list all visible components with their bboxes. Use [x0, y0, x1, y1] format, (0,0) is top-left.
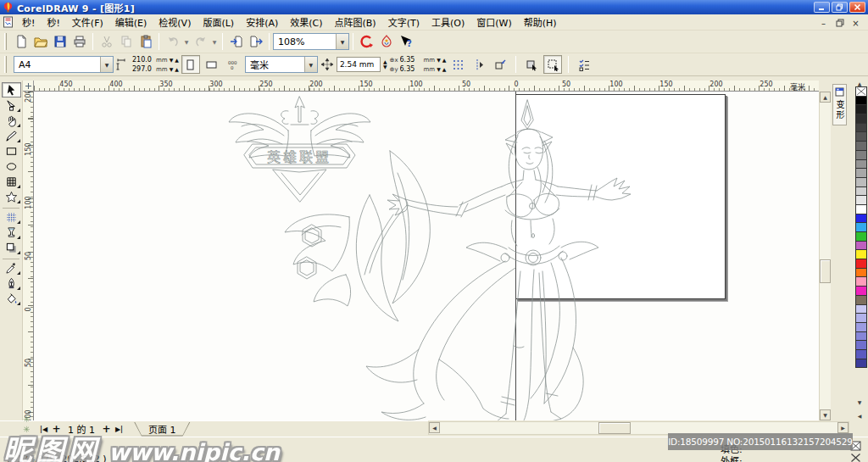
- options-checklist-button[interactable]: [575, 55, 593, 74]
- star-tool[interactable]: [2, 189, 21, 204]
- snap-to-guidelines-button[interactable]: [470, 55, 488, 74]
- menu-item-2[interactable]: 文件(F): [66, 14, 109, 31]
- dropdown-arrow-icon[interactable]: ▼: [182, 32, 191, 51]
- snap-to-grid-button[interactable]: [448, 55, 467, 74]
- first-page-button[interactable]: |◀: [37, 423, 50, 436]
- last-page-button[interactable]: ▶|: [113, 423, 125, 436]
- scroll-right-icon[interactable]: ▶: [837, 422, 849, 433]
- shape-tool[interactable]: [2, 97, 21, 113]
- close-button[interactable]: [849, 2, 865, 13]
- paste-button[interactable]: [136, 32, 155, 51]
- interactive-transparency-tool[interactable]: [2, 225, 21, 240]
- document-icon[interactable]: [3, 16, 14, 28]
- redo-button[interactable]: [191, 32, 210, 51]
- ellipse-tool[interactable]: [2, 159, 21, 174]
- menu-item-10[interactable]: 工具(O): [426, 14, 470, 31]
- child-restore-button[interactable]: [834, 18, 845, 27]
- menu-item-7[interactable]: 效果(C): [284, 14, 328, 31]
- outline-pen-tool[interactable]: [2, 276, 21, 291]
- snap-to-objects-button[interactable]: [491, 55, 509, 74]
- application-launcher-button[interactable]: [357, 32, 376, 51]
- interactive-mesh-tool[interactable]: [2, 209, 21, 225]
- pan-tool[interactable]: [2, 113, 21, 128]
- save-button[interactable]: [50, 32, 70, 51]
- menu-item-11[interactable]: 窗口(W): [470, 14, 517, 31]
- dup-y-down-spinner[interactable]: ▼: [437, 67, 441, 72]
- child-close-button[interactable]: ×: [850, 18, 861, 27]
- whats-this-help-button[interactable]: ?: [396, 32, 415, 51]
- cut-button[interactable]: [97, 32, 116, 51]
- print-button[interactable]: [70, 32, 89, 51]
- menu-item-0[interactable]: 秒!: [16, 14, 41, 31]
- open-folder-button[interactable]: [31, 32, 50, 51]
- eyedropper-tool[interactable]: [2, 260, 21, 276]
- freehand-tool[interactable]: [2, 128, 21, 143]
- toolbar-grip[interactable]: [4, 33, 7, 50]
- palette-expand-icon[interactable]: ◀: [854, 411, 865, 420]
- menu-item-9[interactable]: 文字(T): [382, 14, 426, 31]
- vertical-ruler[interactable]: 20015010050050100: [23, 92, 34, 420]
- height-up-spinner[interactable]: ▲: [175, 67, 179, 72]
- landscape-orientation-button[interactable]: [203, 55, 221, 74]
- dup-y-up-spinner[interactable]: ▲: [442, 67, 447, 72]
- scroll-left-icon[interactable]: ◀: [429, 422, 440, 433]
- treat-objects-as-filled-button[interactable]: [522, 55, 541, 74]
- menu-item-5[interactable]: 版面(L): [197, 14, 240, 31]
- chevron-down-icon[interactable]: ▼: [100, 57, 113, 72]
- width-down-spinner[interactable]: ▼: [170, 58, 174, 63]
- palette-swatch-30[interactable]: [855, 359, 867, 369]
- menu-item-1[interactable]: 秒!: [41, 14, 65, 31]
- add-page-after-button[interactable]: +: [100, 423, 113, 436]
- scroll-up-icon[interactable]: ▲: [820, 92, 831, 103]
- paper-width-field[interactable]: [132, 56, 154, 64]
- rectangle-tool[interactable]: [2, 143, 21, 159]
- dup-x-down-spinner[interactable]: ▼: [437, 58, 441, 63]
- units-combo[interactable]: 毫米 ▼: [245, 56, 318, 73]
- drawing-canvas[interactable]: 英雄联盟: [34, 92, 819, 420]
- chevron-down-icon[interactable]: ▼: [304, 57, 317, 72]
- minimize-button[interactable]: [814, 2, 830, 13]
- horizontal-ruler[interactable]: 毫米 4504003503002502001501005005010015020…: [34, 81, 819, 92]
- scroll-down-icon[interactable]: ▼: [820, 409, 831, 420]
- add-page-before-button[interactable]: +: [50, 423, 63, 436]
- palette-scroll-down-icon[interactable]: ▼: [854, 398, 865, 407]
- interactive-shadow-tool[interactable]: [2, 240, 21, 255]
- nudge-offset-field[interactable]: 2.54 mm: [337, 57, 381, 72]
- menu-item-4[interactable]: 检视(V): [153, 14, 197, 31]
- menu-item-6[interactable]: 安排(A): [240, 14, 284, 31]
- paper-height-field[interactable]: [132, 65, 154, 73]
- zoom-level-combo[interactable]: 108%▼: [273, 33, 349, 50]
- menu-item-12[interactable]: 帮助(H): [518, 14, 563, 31]
- ruler-origin-button[interactable]: [23, 81, 34, 92]
- drawing-units-button[interactable]: 0000: [224, 55, 242, 74]
- bounding-box-selection-button[interactable]: [543, 55, 562, 74]
- paper-size-combo[interactable]: A4 ▼: [14, 56, 114, 73]
- new-document-button[interactable]: [11, 32, 31, 51]
- fill-tool[interactable]: [2, 291, 21, 306]
- chevron-down-icon[interactable]: ▼: [336, 34, 348, 49]
- duplicate-x-field[interactable]: [400, 56, 422, 64]
- dup-x-up-spinner[interactable]: ▲: [442, 58, 447, 63]
- restore-button[interactable]: [832, 2, 848, 13]
- corel-online-button[interactable]: [376, 32, 396, 51]
- property-bar-grip[interactable]: [4, 56, 7, 73]
- vertical-scroll-thumb[interactable]: [820, 259, 831, 283]
- vertical-scrollbar[interactable]: ▲ ▼: [819, 92, 831, 420]
- menu-item-3[interactable]: 编辑(E): [109, 14, 153, 31]
- horizontal-scroll-thumb[interactable]: [598, 422, 631, 434]
- height-down-spinner[interactable]: ▼: [170, 67, 174, 72]
- page-tab[interactable]: 页面 1: [134, 422, 191, 437]
- dropdown-arrow-icon[interactable]: ▼: [210, 32, 219, 51]
- menu-item-8[interactable]: 点阵图(B): [329, 14, 382, 31]
- child-minimize-button[interactable]: –: [818, 18, 829, 27]
- import-button[interactable]: [226, 32, 246, 51]
- transform-docker-tab[interactable]: 变形: [832, 84, 847, 125]
- portrait-orientation-button[interactable]: [181, 55, 200, 74]
- graph-paper-tool[interactable]: [2, 174, 21, 189]
- nudge-spinner[interactable]: ▲▼: [383, 59, 387, 70]
- export-button[interactable]: [246, 32, 265, 51]
- pick-tool[interactable]: [2, 82, 21, 97]
- copy-button[interactable]: [116, 32, 136, 51]
- undo-button[interactable]: [163, 32, 182, 51]
- duplicate-y-field[interactable]: [400, 65, 422, 73]
